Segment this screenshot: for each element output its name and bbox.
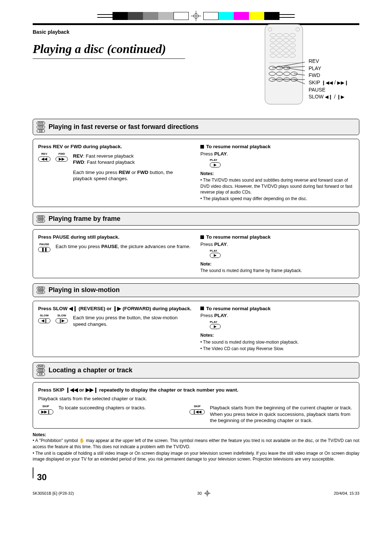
remote-label-pause: PAUSE (309, 86, 348, 94)
skip-next-button-icon: SKIP▶▶❙ (38, 405, 53, 424)
remote-label-rev: REV (309, 58, 348, 65)
slow-rev-button-icon: SLOW◀❙ (38, 314, 50, 323)
section-head-frame: DVD VCD Playing frame by frame (33, 212, 359, 226)
fwd-button-icon: FWD▶▶ (56, 152, 68, 162)
media-badges: DVD VCD CD (37, 121, 45, 133)
crosshair-icon (204, 490, 211, 497)
play-button-icon: PLAY▶ (210, 249, 354, 258)
page-number: 30 (33, 463, 359, 483)
play-button-icon: PLAY▶ (210, 158, 354, 167)
rev-button-icon: REV◀◀ (38, 152, 50, 162)
remote-svg (262, 23, 306, 106)
crosshair-icon (191, 11, 201, 21)
section-head-slow: DVD VCD Playing in slow-motion (33, 283, 359, 297)
remote-label-slow: SLOW ◀❙ / ❙▶ (309, 93, 348, 101)
resume-heading: To resume normal playback (200, 143, 354, 150)
notes-list: The TV/DVD mutes sound and subtitles dur… (200, 177, 354, 202)
footer-right: 20/4/04, 15:33 (334, 491, 359, 496)
section-head-locate: DVD VCD CD Locating a chapter or track (33, 362, 359, 378)
remote-label-skip: SKIP ❙◀◀ / ▶▶❙ (309, 79, 348, 86)
square-bullet-icon (200, 235, 204, 239)
section-body-fastscan: Press REV or FWD during playback. REV◀◀ … (33, 139, 359, 207)
section-body-slow: Press SLOW ◀❙ (REVERSE) or ❙▶ (FORWARD) … (33, 301, 359, 357)
section-body-locate: Press SKIP ❙◀◀ or ▶▶❙ repeatedly to disp… (33, 382, 359, 429)
section-head-fastscan: DVD VCD CD Playing in fast reverse or fa… (33, 119, 359, 135)
instruction: Press REV or FWD during playback. (38, 143, 192, 150)
pause-button-icon: PAUSE❚❚ (38, 243, 50, 252)
footer: 5K30501B [E] (P28-32) 30 20/4/04, 15:33 (33, 490, 359, 497)
skip-next-icon: ▶▶❙ (337, 80, 348, 86)
square-bullet-icon (200, 307, 204, 310)
square-bullet-icon (200, 145, 204, 149)
remote-label-play: PLAY (309, 65, 348, 72)
registration-bar (33, 11, 359, 21)
play-button-icon: PLAY▶ (210, 320, 354, 329)
section-title: Playing in fast reverse or fast forward … (49, 123, 199, 131)
slow-rev-icon: ◀❙ (325, 94, 332, 100)
slow-fwd-button-icon: SLOW❙▶ (56, 314, 68, 323)
footer-center: 30 (197, 490, 211, 497)
page-title: Playing a disc (continued) (33, 41, 185, 59)
manual-page: Basic playback Playing a disc (continued… (0, 0, 392, 507)
skip-prev-button-icon: SKIP❙◀◀ (189, 405, 205, 424)
section-body-frame: Press PAUSE during still playback. PAUSE… (33, 229, 359, 278)
remote-illustration: REV PLAY FWD SKIP ❙◀◀ / ▶▶❙ PAUSE SLOW ◀… (262, 23, 348, 106)
bottom-notes: Notes: A "Prohibition" symbol ✋ may appe… (33, 432, 359, 462)
remote-labels: REV PLAY FWD SKIP ❙◀◀ / ▶▶❙ PAUSE SLOW ◀… (309, 58, 348, 101)
remote-label-fwd: FWD (309, 72, 348, 79)
skip-prev-icon: ❙◀◀ (322, 80, 333, 86)
footer-left: 5K30501B [E] (P28-32) (33, 491, 74, 496)
slow-fwd-icon: ❙▶ (337, 94, 344, 100)
